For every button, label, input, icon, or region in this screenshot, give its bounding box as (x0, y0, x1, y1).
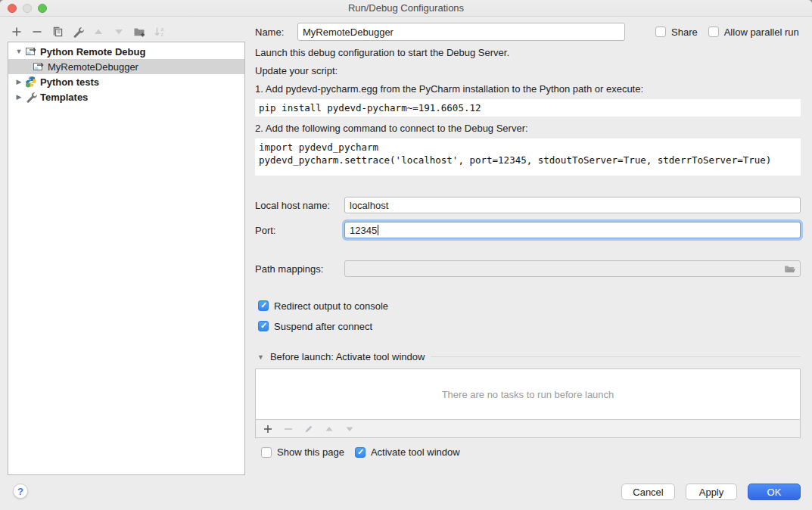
wrench-icon (25, 91, 37, 103)
remove-icon (282, 423, 294, 435)
allow-parallel-run-checkbox[interactable]: Allow parallel run (708, 26, 799, 38)
settrace-code: import pydevd_pycharm pydevd_pycharm.set… (255, 138, 801, 176)
configurations-toolbar: a z (11, 24, 166, 39)
titlebar: Run/Debug Configurations (0, 0, 812, 17)
chevron-down-icon[interactable]: ▼ (14, 48, 23, 55)
before-launch-title: Before launch: Activate tool window (270, 351, 425, 362)
checkbox-box[interactable] (355, 447, 366, 458)
before-launch-task-list[interactable]: There are no tasks to run before launch (255, 369, 801, 420)
edit-templates-wrench-icon[interactable] (72, 26, 84, 38)
configurations-tree: ▼ Python Remote Debug MyRemoteDebugger (8, 42, 245, 475)
collapse-arrow-icon[interactable]: ▼ (257, 353, 264, 361)
chevron-right-icon[interactable]: ▶ (14, 78, 23, 86)
remote-debug-icon (33, 61, 45, 73)
svg-text:z: z (161, 32, 164, 37)
sort-alphabetically-icon: a z (154, 26, 166, 38)
tree-item-label: Templates (40, 92, 88, 103)
port-label: Port: (255, 225, 338, 236)
tree-item-label: Python Remote Debug (40, 46, 145, 58)
cancel-button[interactable]: Cancel (621, 484, 675, 500)
ok-button[interactable]: OK (748, 484, 801, 500)
port-input[interactable]: 12345 (344, 222, 801, 238)
suspend-after-connect-label: Suspend after connect (274, 321, 372, 332)
redirect-output-checkbox[interactable]: Redirect output to console (258, 300, 388, 312)
add-icon[interactable] (11, 26, 23, 38)
remote-debug-icon (25, 45, 37, 58)
instruction-step2: 2. Add the following command to connect … (255, 123, 801, 135)
edit-pencil-icon (303, 423, 315, 435)
share-checkbox[interactable]: Share (655, 26, 698, 38)
checkbox-box[interactable] (708, 26, 719, 37)
copy-icon[interactable] (51, 26, 64, 38)
suspend-after-connect-checkbox[interactable]: Suspend after connect (258, 321, 372, 332)
run-debug-configurations-dialog: Run/Debug Configurations (0, 0, 812, 510)
tree-item-python-tests[interactable]: ▶ Python tests (8, 74, 244, 89)
move-up-icon (92, 26, 104, 38)
tree-item-myremotedebugger[interactable]: MyRemoteDebugger (8, 59, 244, 74)
remove-icon[interactable] (31, 26, 43, 38)
apply-button[interactable]: Apply (686, 484, 737, 500)
instruction-intro: Launch this debug configuration to start… (255, 47, 801, 59)
show-this-page-checkbox[interactable]: Show this page (261, 446, 344, 458)
before-launch-toolbar (255, 420, 801, 438)
separator-line (431, 356, 801, 357)
window-title: Run/Debug Configurations (0, 2, 812, 14)
local-host-name-label: Local host name: (255, 200, 338, 211)
move-up-icon (323, 423, 335, 435)
tree-item-label: MyRemoteDebugger (48, 61, 138, 73)
checkbox-box[interactable] (258, 321, 269, 331)
help-button[interactable]: ? (13, 484, 28, 499)
redirect-output-label: Redirect output to console (274, 300, 388, 312)
new-folder-icon[interactable] (133, 26, 145, 38)
text-cursor (378, 225, 378, 235)
add-icon[interactable] (262, 423, 274, 435)
svg-text:a: a (161, 26, 164, 32)
name-label: Name: (255, 26, 288, 38)
open-folder-icon[interactable] (784, 263, 796, 275)
allow-parallel-run-label: Allow parallel run (724, 26, 799, 38)
activate-tool-window-label: Activate tool window (371, 446, 460, 458)
activate-tool-window-checkbox[interactable]: Activate tool window (355, 446, 460, 458)
tree-item-templates[interactable]: ▶ Templates (8, 89, 244, 104)
code-line-1: import pydevd_pycharm (259, 141, 378, 153)
checkbox-box[interactable] (258, 300, 269, 311)
before-launch-section-header[interactable]: ▼ Before launch: Activate tool window (255, 351, 801, 362)
python-tests-icon (25, 76, 37, 88)
checkbox-box[interactable] (655, 26, 666, 37)
empty-tasks-message: There are no tasks to run before launch (442, 389, 614, 400)
tree-item-python-remote-debug[interactable]: ▼ Python Remote Debug (8, 44, 244, 59)
chevron-right-icon[interactable]: ▶ (14, 93, 23, 101)
share-label: Share (671, 26, 698, 38)
local-host-name-input[interactable] (344, 197, 801, 213)
port-value: 12345 (350, 225, 377, 236)
pip-install-code: pip install pydevd-pycharm~=191.6605.12 (255, 99, 801, 117)
path-mappings-input[interactable] (344, 260, 801, 277)
instruction-update: Update your script: (255, 65, 801, 77)
show-this-page-label: Show this page (277, 446, 344, 458)
dialog-footer: ? Cancel Apply OK (0, 475, 812, 510)
path-mappings-label: Path mappings: (255, 263, 338, 275)
code-line-2: pydevd_pycharm.settrace('localhost', por… (259, 154, 771, 166)
checkbox-box[interactable] (261, 447, 272, 458)
move-down-icon (344, 423, 356, 435)
instruction-step1: 1. Add pydevd-pycharm.egg from the PyCha… (255, 83, 801, 95)
move-down-icon (113, 26, 125, 38)
configuration-editor: Name: Share Allow parallel run Launch th… (255, 23, 801, 458)
name-input[interactable] (297, 23, 625, 41)
tree-item-label: Python tests (40, 76, 99, 88)
